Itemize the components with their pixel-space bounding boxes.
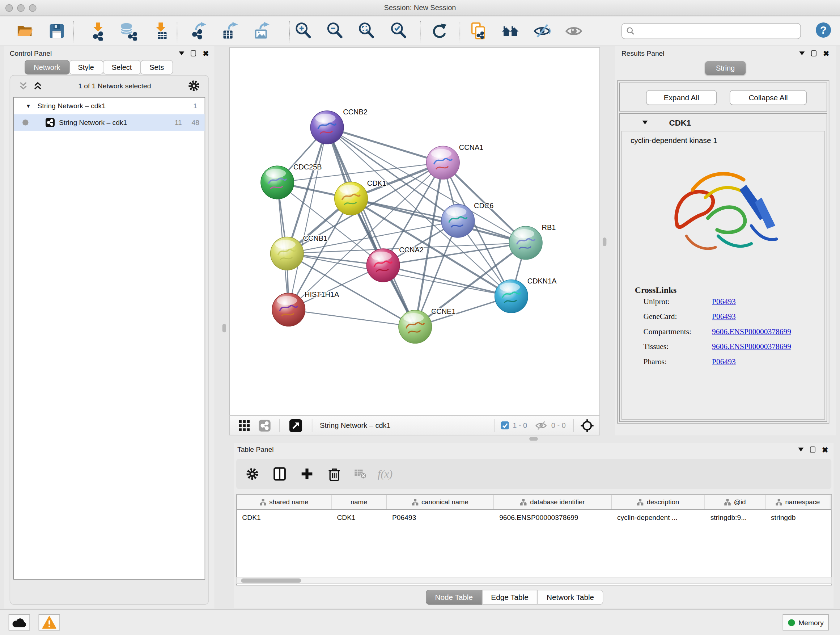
help-button[interactable]: ?	[813, 20, 833, 40]
function-builder-button-disabled[interactable]: f(x)	[378, 464, 393, 483]
column-header--id[interactable]: @id	[705, 495, 766, 509]
network-edge-CCNB2-CCNE1[interactable]	[327, 127, 415, 327]
table-cell[interactable]: CDK1	[332, 510, 387, 524]
birdseye-view-icon[interactable]	[289, 419, 302, 432]
network-edge-CCNB2-CCNA1[interactable]	[327, 127, 443, 163]
tab-node-table[interactable]: Node Table	[426, 590, 482, 605]
hide-selected-button[interactable]	[532, 21, 552, 41]
column-header-shared-name[interactable]: shared name	[237, 495, 332, 509]
tab-string[interactable]: String	[705, 61, 746, 75]
network-edge-HIST1H1A-CCNE1[interactable]	[289, 310, 415, 326]
table-cell[interactable]: P06493	[387, 510, 494, 524]
delete-column-button[interactable]	[325, 464, 344, 483]
crosslinks-list: Uniprot:P06493GeneCard:P06493Compartment…	[622, 297, 824, 366]
zoom-in-button[interactable]	[294, 21, 313, 41]
column-header-label: database identifier	[530, 498, 584, 506]
left-splitter-handle[interactable]	[223, 324, 226, 333]
zoom-selected-button[interactable]	[390, 21, 409, 41]
copy-document-button[interactable]	[469, 21, 488, 41]
show-eye-button[interactable]	[564, 21, 583, 41]
bottom-splitter-handle[interactable]	[529, 437, 538, 440]
section-collapse-icon[interactable]	[643, 120, 648, 124]
crosslink-link[interactable]: 9606.ENSP00000378699	[712, 327, 791, 336]
column-header-name[interactable]: name	[332, 495, 387, 509]
table-cell[interactable]: stringdb:9...	[705, 510, 766, 524]
import-table-file-button[interactable]	[151, 21, 171, 41]
import-network-file-button[interactable]	[88, 21, 107, 41]
toolbar-separator	[460, 21, 460, 42]
search-input[interactable]	[638, 27, 801, 35]
zoom-out-button[interactable]	[325, 21, 345, 41]
column-header-namespace[interactable]: namespace	[766, 495, 830, 509]
table-cell[interactable]: CDK1	[237, 510, 332, 524]
crosslink-link[interactable]: P06493	[712, 297, 736, 306]
crosslink-link[interactable]: P06493	[712, 312, 736, 321]
tab-style[interactable]: Style	[69, 60, 103, 74]
tab-network-table[interactable]: Network Table	[538, 590, 603, 605]
tab-network[interactable]: Network	[25, 60, 69, 74]
table-horizontal-scrollbar[interactable]	[236, 577, 832, 584]
save-session-button[interactable]	[47, 21, 66, 41]
expand-all-button[interactable]: Expand All	[646, 90, 717, 105]
warning-status-button[interactable]	[39, 614, 60, 630]
crosslink-link[interactable]: P06493	[712, 357, 736, 366]
panel-menu-icon[interactable]	[798, 448, 804, 451]
tab-select[interactable]: Select	[103, 60, 141, 74]
collection-count: 1	[193, 102, 197, 110]
collection-expander-icon[interactable]: ▼	[26, 103, 31, 109]
network-collection-row[interactable]: ▼ String Network – cdk1 1	[14, 98, 205, 114]
panel-menu-icon[interactable]	[799, 51, 805, 55]
float-panel-icon[interactable]	[811, 50, 816, 56]
export-network-button[interactable]	[189, 21, 208, 41]
close-panel-icon[interactable]: ✖	[202, 51, 209, 56]
open-session-button[interactable]	[15, 21, 34, 41]
network-edge-CCNB2-HIST1H1A[interactable]	[289, 127, 327, 310]
hidden-eye-slash-icon[interactable]	[535, 420, 548, 431]
close-panel-icon[interactable]: ✖	[822, 447, 828, 452]
float-panel-icon[interactable]	[810, 447, 815, 453]
network-view-canvas[interactable]: CCNB2CCNA1CDC25BCDK1CDC6RB1CCNB1CCNA2CDK…	[229, 47, 600, 415]
panel-menu-icon[interactable]	[179, 51, 185, 55]
collapse-all-tree-icon[interactable]	[19, 82, 28, 90]
delete-table-button-disabled[interactable]	[351, 464, 370, 483]
float-panel-icon[interactable]	[191, 50, 196, 56]
zoom-fit-button[interactable]	[357, 21, 377, 41]
table-cell[interactable]: cyclin-dependent ...	[612, 510, 705, 524]
export-image-button[interactable]	[252, 21, 271, 41]
memory-status-dot	[788, 619, 795, 626]
export-table-button[interactable]	[221, 21, 240, 41]
scrollbar-thumb[interactable]	[241, 578, 301, 583]
right-splitter-handle[interactable]	[603, 238, 606, 246]
column-header-description[interactable]: description	[612, 495, 705, 509]
network-options-gear-icon[interactable]	[187, 79, 201, 93]
table-settings-button[interactable]	[243, 464, 262, 483]
crosslink-link[interactable]: 9606.ENSP00000378699	[712, 342, 791, 351]
tab-edge-table[interactable]: Edge Table	[482, 590, 538, 605]
import-network-database-button[interactable]	[119, 21, 138, 41]
home-button[interactable]	[501, 21, 520, 41]
string-network-graph[interactable]: CCNB2CCNA1CDC25BCDK1CDC6RB1CCNB1CCNA2CDK…	[230, 48, 600, 415]
tab-sets[interactable]: Sets	[141, 60, 173, 74]
collapse-all-button[interactable]: Collapse All	[729, 90, 807, 105]
view-share-icon[interactable]	[259, 420, 271, 432]
show-columns-button[interactable]	[270, 464, 289, 483]
table-cell[interactable]: 9606.ENSP00000378699	[494, 510, 612, 524]
view-grid-icon[interactable]	[238, 420, 250, 432]
close-panel-icon[interactable]: ✖	[823, 51, 829, 56]
expand-all-tree-icon[interactable]	[33, 82, 42, 90]
table-row[interactable]: CDK1CDK1P064939606.ENSP00000378699cyclin…	[237, 510, 832, 524]
shared-column-icon	[260, 499, 266, 505]
network-row[interactable]: String Network – cdk1 11 48	[14, 114, 205, 131]
column-header-canonical-name[interactable]: canonical name	[387, 495, 494, 509]
table-cell[interactable]: stringdb	[766, 510, 830, 524]
refresh-view-button[interactable]	[430, 21, 449, 41]
create-column-button[interactable]	[297, 464, 317, 483]
memory-button[interactable]: Memory	[783, 614, 829, 630]
cloud-status-button[interactable]	[9, 614, 30, 630]
column-header-database-identifier[interactable]: database identifier	[494, 495, 612, 509]
network-node-count: 11	[175, 119, 182, 126]
column-header-label: shared name	[269, 498, 308, 506]
crosshair-icon[interactable]	[580, 418, 594, 432]
cdk1-details: cyclin-dependent kinase 1 CrossLinks Uni…	[622, 131, 825, 420]
selected-checkbox-icon[interactable]	[501, 421, 509, 429]
